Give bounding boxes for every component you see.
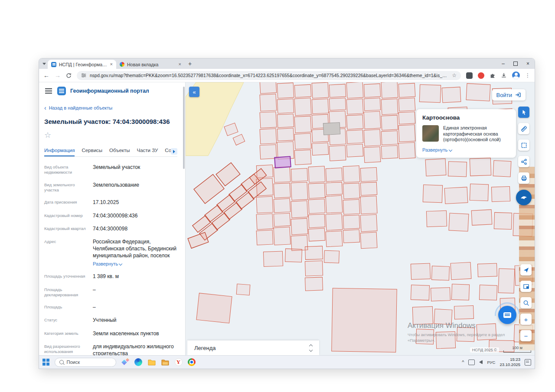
tab-services[interactable]: Сервисы (82, 148, 102, 153)
reload-button[interactable] (66, 73, 72, 78)
folder-icon[interactable] (161, 358, 170, 366)
parcel-title: Земельный участок: 74:04:3000098:436 (44, 118, 177, 125)
tab-information[interactable]: Информация (44, 148, 75, 153)
copilot-icon[interactable] (121, 358, 129, 366)
url-text: nspd.gov.ru/map?thematic=PKK&zoom=16.502… (90, 73, 448, 78)
legend-toggle-icon[interactable] (310, 345, 312, 351)
chat-bubble-icon (503, 312, 511, 318)
attributes-list: Вид объекта недвижимостиЗемельный участо… (44, 164, 177, 355)
legend-bar[interactable]: Легенда (187, 340, 319, 355)
field-value: Земли населенных пунктов (93, 330, 177, 337)
nspd-tools-button[interactable] (516, 190, 532, 205)
field-value: 74:04:3000098:436 (93, 212, 177, 219)
field-row: Площадь декларированная– (44, 286, 177, 298)
map-attribution: НСПД 2025 © (470, 347, 499, 353)
login-button[interactable]: Войти (492, 89, 526, 100)
downloads-icon[interactable] (501, 72, 507, 78)
edge-icon[interactable] (134, 358, 143, 366)
search-placeholder: Поиск (67, 360, 80, 365)
field-label: Площадь декларированная (44, 286, 87, 298)
tab-search-icon[interactable] (42, 63, 46, 65)
menu-icon[interactable] (45, 91, 52, 91)
scale-label: 100 м (512, 346, 522, 350)
sidebar-scrollbar[interactable] (183, 87, 185, 169)
window-minimize-button[interactable]: – (502, 61, 505, 67)
chat-fab-button[interactable] (498, 306, 516, 324)
extension-icon[interactable] (466, 72, 473, 79)
field-row: СтатусУчтенный (44, 317, 177, 324)
tab-nspd[interactable]: НСПД | Геоинформационный × (48, 60, 116, 69)
basemap-expand-link[interactable]: Развернуть (422, 147, 510, 152)
field-label: Адрес (44, 238, 87, 244)
share-button[interactable] (518, 156, 529, 167)
map-canvas[interactable]: « Войти Картооснова Единая электронная к… (186, 82, 535, 355)
window-close-button[interactable]: × (526, 61, 529, 67)
field-label: Площадь уточненная (44, 273, 87, 279)
field-value: – (93, 286, 177, 293)
action-center-icon[interactable] (525, 359, 531, 366)
measure-area-button[interactable] (518, 139, 529, 151)
field-row-address: Адрес Российская Федерация, Челябинская … (44, 238, 177, 267)
tab-close-icon[interactable]: × (110, 62, 113, 67)
tray-expand-icon[interactable]: ^ (462, 360, 464, 365)
field-row: Площадь– (44, 304, 177, 311)
back-chevron-icon: ‹ (44, 105, 46, 111)
extension-icon[interactable] (478, 72, 484, 79)
address-expand-link[interactable]: Развернуть (93, 261, 177, 267)
basemap-title: Картооснова (422, 114, 510, 121)
tab-close-icon[interactable]: × (179, 62, 181, 67)
os-screen: НСПД | Геоинформационный × Новая вкладка… (39, 58, 535, 369)
field-row: Кадастровый номер74:04:3000098:436 (44, 212, 177, 219)
tabs-scroll-right-button[interactable] (171, 148, 177, 155)
tab-objects[interactable]: Объекты (109, 148, 130, 153)
legend-label: Легенда (194, 345, 215, 351)
field-value: Российская Федерация, Челябинская област… (93, 238, 177, 267)
site-settings-icon[interactable] (81, 73, 86, 78)
back-button[interactable]: ← (43, 72, 49, 78)
volume-icon[interactable] (479, 360, 483, 364)
clock[interactable]: 15:23 23.10.2025 (500, 357, 520, 368)
print-button[interactable] (518, 172, 529, 184)
tab-parts[interactable]: Части ЗУ (137, 148, 158, 153)
back-link-label: Назад в найденные объекты (49, 105, 113, 110)
new-tab-button[interactable]: + (188, 61, 192, 67)
profile-avatar[interactable] (512, 71, 520, 79)
bookmark-star-icon[interactable]: ☆ (452, 73, 457, 78)
overview-map-button[interactable] (520, 281, 532, 292)
chrome-icon[interactable] (188, 358, 196, 366)
identify-tool-button[interactable] (518, 107, 529, 118)
field-value: 74:04:3000098 (93, 225, 177, 232)
measure-ruler-button[interactable] (518, 123, 529, 134)
field-label: Кадастровый квартал (44, 225, 87, 231)
start-button[interactable] (42, 359, 49, 366)
panel-tabs: Информация Сервисы Объекты Части ЗУ Сост… (44, 148, 177, 157)
field-row: Площадь уточненная1 389 кв. м (44, 273, 177, 280)
favorite-star-icon[interactable]: ☆ (44, 130, 54, 140)
field-label: Вид разрешенного использования (44, 343, 87, 355)
zoom-in-button[interactable]: + (520, 314, 532, 325)
search-icon (59, 360, 64, 364)
portal-title: Геоинформационный портал (70, 88, 149, 94)
field-value: – (93, 304, 177, 311)
url-bar[interactable]: nspd.gov.ru/map?thematic=PKK&zoom=16.502… (77, 71, 461, 80)
display-icon[interactable] (468, 360, 475, 365)
extensions-puzzle-icon[interactable] (490, 72, 496, 78)
field-label: Статус (44, 317, 87, 323)
field-row: Кадастровый квартал74:04:3000098 (44, 225, 177, 232)
zoom-out-button[interactable]: − (520, 330, 532, 341)
basemap-layer-item[interactable]: Единая электронная картографическая осно… (422, 125, 510, 143)
language-indicator[interactable]: РУС (487, 360, 495, 365)
yandex-icon[interactable]: Y (175, 358, 183, 366)
tab-newtab[interactable]: Новая вкладка × (116, 60, 185, 69)
zoom-search-button[interactable] (520, 297, 532, 308)
browser-menu-icon[interactable]: ⋮ (525, 72, 530, 78)
field-label: Кадастровый номер (44, 212, 87, 218)
collapse-panel-button[interactable]: « (189, 87, 199, 97)
locate-button[interactable] (520, 264, 532, 275)
explorer-icon[interactable] (148, 358, 156, 366)
back-link[interactable]: ‹ Назад в найденные объекты (44, 105, 177, 111)
taskbar-search[interactable]: Поиск (55, 358, 116, 367)
tab-title: Новая вкладка (127, 62, 176, 67)
windows-taskbar: Поиск Y ^ РУС 15:23 23.10.2025 (39, 355, 535, 369)
window-maximize-button[interactable] (513, 62, 518, 66)
